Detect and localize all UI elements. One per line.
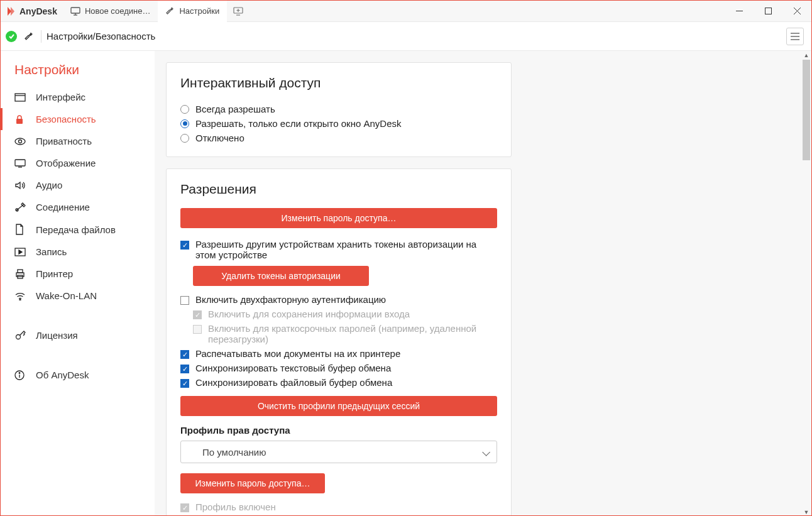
- checkbox-label: Профиль включен: [195, 502, 276, 512]
- scroll-up-icon[interactable]: ▲: [803, 51, 810, 60]
- radio-icon: [180, 134, 189, 143]
- sidebar-item-security[interactable]: Безопасность: [1, 108, 155, 130]
- radio-window-open[interactable]: Разрешать, только если открыто окно AnyD…: [180, 116, 497, 131]
- sidebar: Настройки Интерфейс Безопасность Приватн…: [1, 51, 155, 516]
- sidebar-title: Настройки: [1, 62, 155, 86]
- checkbox-label: Синхронизировать файловый буфер обмена: [195, 377, 392, 388]
- change-password-button-2[interactable]: Изменить пароль доступа…: [180, 473, 325, 493]
- wrench-icon: [22, 31, 36, 41]
- scrollbar[interactable]: ▲ ▼: [803, 51, 810, 516]
- hamburger-menu-button[interactable]: [786, 28, 804, 45]
- profile-dropdown[interactable]: По умолчанию: [180, 441, 497, 463]
- svg-rect-16: [16, 119, 23, 124]
- sidebar-item-license[interactable]: Лицензия: [1, 324, 155, 346]
- sidebar-item-label: Интерфейс: [36, 92, 85, 102]
- wrench-icon: [165, 6, 175, 16]
- svg-rect-0: [71, 8, 80, 13]
- info-icon: [14, 370, 27, 380]
- sidebar-item-privacy[interactable]: Приватность: [1, 130, 155, 152]
- checkbox-label: Разрешить другим устройствам хранить ток…: [195, 239, 497, 260]
- interface-icon: [14, 93, 27, 102]
- sidebar-item-record[interactable]: Запись: [1, 241, 155, 263]
- checkbox-icon: [180, 350, 189, 359]
- sidebar-item-display[interactable]: Отображение: [1, 152, 155, 174]
- card-permissions: Разрешения Изменить пароль доступа… Разр…: [166, 168, 512, 516]
- svg-point-27: [19, 299, 21, 300]
- record-icon: [14, 248, 27, 256]
- sidebar-item-label: Аудио: [36, 180, 62, 190]
- scroll-thumb[interactable]: [803, 60, 810, 160]
- sidebar-item-connection[interactable]: Соединение: [1, 196, 155, 218]
- sidebar-item-interface[interactable]: Интерфейс: [1, 86, 155, 108]
- checkbox-icon: [193, 310, 202, 319]
- checkbox-sync-text[interactable]: Синхронизировать текстовый буфер обмена: [180, 361, 497, 375]
- sidebar-item-label: Безопасность: [36, 114, 96, 124]
- svg-rect-25: [18, 270, 23, 273]
- checkbox-sync-file[interactable]: Синхронизировать файловый буфер обмена: [180, 375, 497, 390]
- sidebar-item-wol[interactable]: Wake-On-LAN: [1, 285, 155, 307]
- close-button[interactable]: [782, 1, 811, 22]
- status-ok-icon: [6, 31, 17, 42]
- connection-icon: [14, 202, 27, 212]
- minimize-button[interactable]: [725, 1, 754, 22]
- sidebar-item-label: Принтер: [36, 268, 73, 279]
- monitor-plus-icon: [233, 7, 243, 16]
- sidebar-item-label: Запись: [36, 246, 67, 257]
- separator: [41, 30, 41, 43]
- titlebar: AnyDesk Новое соедине… Настройки: [1, 1, 811, 22]
- audio-icon: [14, 180, 27, 190]
- radio-label: Всегда разрешать: [195, 104, 275, 114]
- checkbox-label: Распечатывать мои документы на их принте…: [195, 348, 400, 359]
- maximize-button[interactable]: [754, 1, 782, 22]
- svg-rect-19: [15, 160, 25, 166]
- section-title: Интерактивный доступ: [180, 75, 497, 91]
- tab-new-connection[interactable]: Новое соедине…: [63, 1, 158, 22]
- checkbox-allow-tokens[interactable]: Разрешить другим устройствам хранить ток…: [180, 237, 497, 262]
- tab-new-monitor[interactable]: [227, 1, 250, 22]
- svg-point-31: [19, 372, 20, 373]
- tab-settings[interactable]: Настройки: [158, 1, 227, 22]
- app-name: AnyDesk: [19, 6, 57, 16]
- delete-tokens-button[interactable]: Удалить токены авторизации: [193, 266, 369, 286]
- sidebar-item-label: Передача файлов: [36, 224, 116, 235]
- tab-label: Новое соедине…: [85, 6, 151, 16]
- scroll-down-icon[interactable]: ▼: [803, 508, 810, 516]
- sidebar-item-about[interactable]: Об AnyDesk: [1, 364, 155, 386]
- radio-always-allow[interactable]: Всегда разрешать: [180, 102, 497, 116]
- card-interactive-access: Интерактивный доступ Всегда разрешать Ра…: [166, 62, 512, 157]
- display-icon: [14, 159, 27, 168]
- svg-rect-8: [765, 8, 771, 14]
- sidebar-item-label: Лицензия: [36, 330, 78, 341]
- svg-point-17: [15, 138, 25, 145]
- checkbox-label: Включить для сохранения информации входа: [208, 309, 410, 319]
- svg-marker-23: [19, 250, 22, 254]
- sidebar-item-printer[interactable]: Принтер: [1, 263, 155, 285]
- anydesk-icon: [5, 6, 16, 17]
- profile-label: Профиль прав доступа: [180, 425, 497, 436]
- svg-point-28: [16, 334, 21, 339]
- checkbox-icon: [180, 365, 189, 373]
- wifi-icon: [14, 292, 27, 300]
- change-password-button[interactable]: Изменить пароль доступа…: [180, 208, 497, 228]
- radio-icon: [180, 119, 189, 128]
- sidebar-item-label: Соединение: [36, 202, 90, 212]
- checkbox-2fa[interactable]: Включить двухфакторную аутентификацию: [180, 292, 497, 307]
- main-content: Интерактивный доступ Всегда разрешать Ра…: [155, 51, 811, 516]
- checkbox-label: Синхронизировать текстовый буфер обмена: [195, 363, 391, 373]
- breadcrumb-bar: Настройки/Безопасность: [1, 22, 811, 51]
- sidebar-item-filetransfer[interactable]: Передача файлов: [1, 218, 155, 241]
- checkbox-icon: [180, 503, 189, 512]
- tab-label: Настройки: [179, 6, 219, 16]
- lock-icon: [14, 114, 27, 124]
- checkbox-profile-enabled: Профиль включен: [180, 500, 497, 514]
- checkbox-2fa-short: Включить для краткосрочных паролей (напр…: [193, 321, 497, 346]
- radio-label: Разрешать, только если открыто окно AnyD…: [195, 118, 401, 129]
- sidebar-item-audio[interactable]: Аудио: [1, 174, 155, 196]
- radio-disabled[interactable]: Отключено: [180, 131, 497, 145]
- clear-profiles-button[interactable]: Очистить профили предыдущих сессий: [180, 396, 497, 416]
- printer-icon: [14, 269, 27, 279]
- checkbox-icon: [180, 379, 189, 388]
- checkbox-icon: [193, 325, 202, 334]
- checkbox-label: Включить для краткосрочных паролей (напр…: [208, 323, 497, 344]
- checkbox-print[interactable]: Распечатывать мои документы на их принте…: [180, 346, 497, 361]
